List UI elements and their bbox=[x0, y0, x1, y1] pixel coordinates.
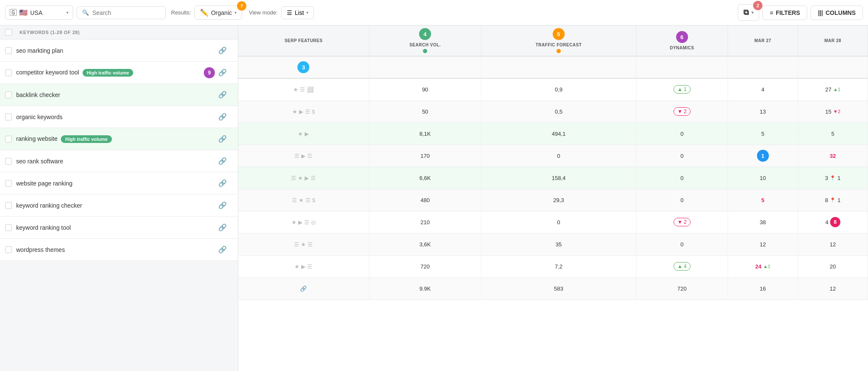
mar28-cell: 5 bbox=[798, 123, 868, 145]
traffic-cell: 0,9 bbox=[481, 78, 636, 100]
row-checkbox[interactable] bbox=[5, 180, 12, 187]
th-serp-bubble: 3 bbox=[238, 56, 369, 78]
link-icon: 🔗 bbox=[218, 135, 227, 143]
mar28-cell: 8 📍 1 bbox=[798, 189, 868, 211]
country-selector[interactable]: 🇬 🇺🇸 USA ▾ bbox=[5, 6, 73, 20]
link-col: 🔗 bbox=[212, 68, 233, 77]
keyword-row: organic keywords 🔗 bbox=[0, 106, 238, 128]
mar27-value: 38 bbox=[760, 219, 766, 225]
right-panel: SERP FEATURES 4 SEARCH VOL. 5 TRA bbox=[238, 26, 868, 371]
mar28-value: 15 bbox=[825, 108, 831, 115]
serp-cell: ★▶☰ bbox=[238, 255, 369, 277]
link-col: 🔗 bbox=[212, 201, 233, 209]
table-row: ★▶☰$ 50 0,5 ▼ 2 13 15 ▼2 bbox=[238, 100, 868, 123]
mar27-value: 5 bbox=[761, 131, 764, 137]
mar27-value: 4 bbox=[761, 86, 764, 93]
link-icon: 🔗 bbox=[218, 113, 227, 121]
main-area: KEYWORDS (1-28 OF 28) seo markting plan … bbox=[0, 26, 868, 371]
row-checkbox[interactable] bbox=[5, 158, 12, 165]
serp-icons: ★▶☰ bbox=[242, 263, 365, 270]
dynamics-cell: 0 bbox=[636, 189, 728, 211]
dynamics-badge-red: ▼ 2 bbox=[674, 218, 691, 226]
dynamics-badge-green: ▲ 4 bbox=[674, 262, 691, 271]
organic-chevron: ▾ bbox=[234, 10, 237, 15]
list-chevron: ▾ bbox=[306, 10, 308, 15]
top-bar: 🇬 🇺🇸 USA ▾ 🔍 Results: ✏️ Organic ▾ 7 Vie… bbox=[0, 0, 868, 26]
searchvol-cell: 170 bbox=[369, 145, 481, 167]
mar27-cell: 13 bbox=[728, 100, 798, 123]
row-checkbox[interactable] bbox=[5, 246, 12, 253]
row-checkbox[interactable] bbox=[5, 114, 12, 120]
keyword-text: website page ranking bbox=[16, 180, 212, 187]
keyword-text: seo markting plan bbox=[16, 47, 212, 54]
table-row: ☰★▶☰ 6,6K 158,4 0 10 3 📍 1 bbox=[238, 167, 868, 189]
columns-button[interactable]: ||| COLUMNS bbox=[811, 6, 863, 20]
serp-cell: ★▶☰◎ bbox=[238, 211, 369, 233]
mar28-value: 12 bbox=[830, 241, 836, 248]
serp-icons: ☰▶☰ bbox=[242, 153, 365, 159]
dynamics-badge-red: ▼ 2 bbox=[674, 107, 691, 116]
mar27-value: 16 bbox=[760, 285, 766, 292]
link-col: 🔗 bbox=[212, 91, 233, 99]
viewmode-label: View mode: bbox=[249, 9, 278, 16]
copy-wrapper: ⧉ ▾ 2 bbox=[738, 4, 759, 21]
link-icon: 🔗 bbox=[218, 68, 227, 77]
dynamics-value: 720 bbox=[677, 285, 687, 292]
link-col: 🔗 bbox=[212, 223, 233, 231]
link-col: 🔗 bbox=[212, 113, 233, 121]
row-checkbox[interactable] bbox=[5, 91, 12, 98]
serp-cell: ☰★☰ bbox=[238, 233, 369, 255]
select-all-checkbox[interactable] bbox=[5, 29, 12, 36]
th-dynamics: 6 DYNAMICS bbox=[636, 26, 728, 56]
keyword-row: seo rank software 🔗 bbox=[0, 150, 238, 172]
table-row: ★▶ 8,1K 494,1 0 5 5 bbox=[238, 123, 868, 145]
row-checkbox[interactable] bbox=[5, 47, 12, 54]
traffic-cell: 494,1 bbox=[481, 123, 636, 145]
columns-label: COLUMNS bbox=[825, 9, 856, 16]
link-icon: 🔗 bbox=[218, 223, 227, 231]
list-label: List bbox=[295, 9, 304, 16]
keyword-row: keyword ranking checker 🔗 bbox=[0, 194, 238, 217]
row-checkbox[interactable] bbox=[5, 224, 12, 231]
mar28-cell: 20 bbox=[798, 255, 868, 277]
bubble-7: 7 bbox=[237, 1, 246, 11]
pin-icon: 📍 bbox=[830, 175, 836, 181]
table-row: ☰★☰$ 480 29,3 0 5 8 📍 1 bbox=[238, 189, 868, 211]
data-table: SERP FEATURES 4 SEARCH VOL. 5 TRA bbox=[238, 26, 868, 300]
mar27-cell: 10 bbox=[728, 167, 798, 189]
serp-cell: ☰★☰$ bbox=[238, 189, 369, 211]
mar27-cell: 38 bbox=[728, 211, 798, 233]
th-mar28: MAR 28 bbox=[798, 26, 868, 56]
keyword-row: ranking websiteHigh traffic volume 🔗 bbox=[0, 128, 238, 150]
th-serp: SERP FEATURES bbox=[238, 26, 369, 56]
row-checkbox[interactable] bbox=[5, 69, 12, 76]
searchvol-cell: 720 bbox=[369, 255, 481, 277]
keyword-text: backlink checker bbox=[16, 91, 212, 98]
search-icon: 🔍 bbox=[82, 9, 89, 16]
mar27-cell: 16 bbox=[728, 277, 798, 300]
traffic-cell: 29,3 bbox=[481, 189, 636, 211]
list-view-button[interactable]: ☰ List ▾ bbox=[281, 6, 314, 19]
dynamics-value: 0 bbox=[680, 175, 683, 181]
rank-red-28: 32 bbox=[830, 153, 836, 159]
columns-icon: ||| bbox=[818, 9, 823, 16]
organic-button[interactable]: ✏️ Organic ▾ bbox=[194, 6, 242, 20]
keyword-row: website page ranking 🔗 bbox=[0, 172, 238, 194]
dynamics-cell: ▼ 2 bbox=[636, 100, 728, 123]
pin-icon: 📍 bbox=[830, 197, 836, 203]
link-col: 🔗 bbox=[212, 135, 233, 143]
row-checkbox[interactable] bbox=[5, 136, 12, 143]
dynamics-cell: 0 bbox=[636, 167, 728, 189]
copy-icon: ⧉ bbox=[743, 8, 749, 17]
searchvol-cell: 480 bbox=[369, 189, 481, 211]
serp-cell: ★▶ bbox=[238, 123, 369, 145]
bubble-4-header: 4 bbox=[419, 28, 431, 40]
table-header-row: SERP FEATURES 4 SEARCH VOL. 5 TRA bbox=[238, 26, 868, 56]
row-checkbox[interactable] bbox=[5, 202, 12, 209]
traffic-cell: 0 bbox=[481, 211, 636, 233]
rank-bubble-blue: 1 bbox=[757, 150, 769, 162]
filters-button[interactable]: ≡ FILTERS bbox=[762, 6, 807, 20]
mar27-cell: 24 ▲1 bbox=[728, 255, 798, 277]
search-input[interactable] bbox=[92, 9, 160, 16]
link-col: 🔗 bbox=[212, 245, 233, 254]
